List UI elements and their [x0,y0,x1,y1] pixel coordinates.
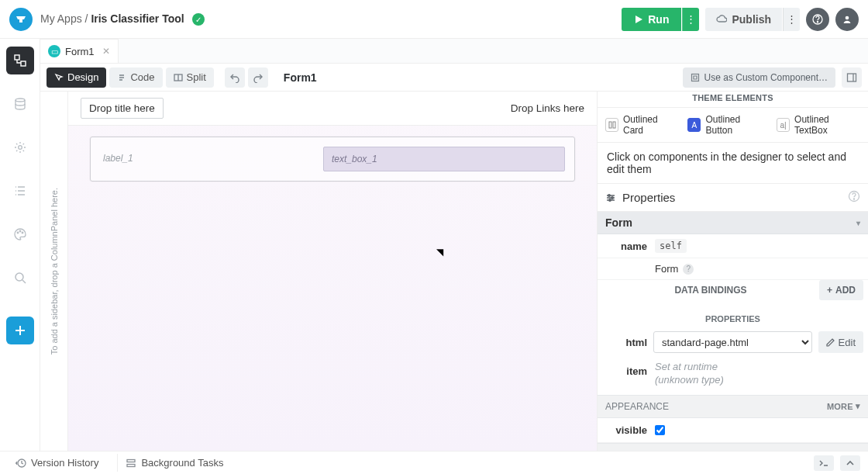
close-icon[interactable]: ✕ [102,46,110,57]
history-icon [16,458,26,469]
svg-rect-13 [848,74,856,81]
palette-icon [13,227,27,241]
run-menu-button[interactable]: ⋮ [682,8,699,31]
rail-add[interactable] [6,317,34,344]
account-button[interactable] [835,8,859,31]
cursor-icon: ◥ [436,247,443,258]
svg-point-6 [18,146,22,150]
tooltip-accordion[interactable]: TOOLTIP MORE▾ [598,443,868,451]
synced-check-icon: ✓ [192,13,205,26]
svg-rect-12 [691,74,698,81]
rail-search[interactable] [6,264,34,292]
panel-icon [846,72,857,83]
label-component[interactable]: label_1 [100,147,314,171]
appearance-accordion[interactable]: APPEARANCE MORE▾ [598,395,868,418]
tab-label: Form1 [65,46,95,57]
redo-button[interactable] [248,67,268,88]
app-logo [9,8,33,31]
rail-app-browser[interactable] [6,47,34,74]
split-icon [174,73,183,82]
breadcrumb-root[interactable]: My Apps [40,12,82,25]
rail-theme[interactable] [6,220,34,248]
database-icon [13,97,27,111]
use-as-custom-component-button[interactable]: Use as Custom Component… [683,67,835,88]
run-button[interactable]: Run [622,8,681,31]
title-dropzone[interactable]: Drop title here [81,98,164,119]
tasks-icon [126,458,136,469]
rail-outline[interactable] [6,177,34,205]
component-icon [691,73,700,82]
theme-chip-outlined-card[interactable]: Outlined Card [605,114,677,136]
version-history-button[interactable]: Version History [8,454,106,472]
left-rail [0,39,40,451]
form-template-link[interactable]: Form ? [655,263,694,275]
page-header-dropzone[interactable]: Drop title here Drop Links here [68,92,597,126]
design-mode-button[interactable]: Design [46,67,106,88]
svg-point-10 [16,273,23,281]
svg-point-2 [846,16,849,19]
theme-chip-outlined-button[interactable]: A Outlined Button [687,114,766,136]
console-toggle-button[interactable] [814,455,834,471]
help-icon[interactable] [848,190,860,205]
html-template-select[interactable]: standard-page.html [653,331,812,353]
help-bubble-icon[interactable]: ? [683,264,694,275]
publish-button[interactable]: Publish [705,8,782,31]
code-mode-button[interactable]: Code [109,67,162,88]
search-icon [13,271,27,285]
background-tasks-button[interactable]: Background Tasks [117,454,231,472]
form-breadcrumb[interactable]: Form1 [284,71,317,84]
visible-checkbox[interactable] [655,425,665,435]
svg-rect-3 [15,55,19,60]
pencil-icon [826,338,835,347]
properties-panel-title: Properties [598,184,868,212]
list-icon [13,184,27,198]
edit-html-button[interactable]: Edit [818,331,863,353]
undo-icon [229,72,240,83]
split-mode-button[interactable]: Split [166,67,214,88]
publish-menu-button[interactable]: ⋮ [783,8,800,31]
theme-chip-outlined-textbox[interactable]: a| Outlined TextBox [777,114,860,136]
theme-elements-header: THEME ELEMENTS [598,92,868,108]
designer-surface[interactable]: To add a sidebar, drop a ColumnPanel her… [40,92,597,451]
work-area: To add a sidebar, drop a ColumnPanel her… [40,92,868,451]
chevron-down-icon: ▾ [856,219,860,227]
play-icon [634,15,643,24]
sidebar-dropzone[interactable]: To add a sidebar, drop a ColumnPanel her… [40,92,68,451]
top-bar: My Apps / Iris Classifier Tool ✓ Run ⋮ P… [0,0,868,39]
gear-icon [13,140,27,154]
collapse-panel-button[interactable] [840,455,860,471]
add-binding-button[interactable]: + ADD [819,280,863,300]
textbox-icon: a| [777,118,790,132]
editor-tab-form1[interactable]: ▭ Form1 ✕ [40,39,119,63]
svg-point-7 [17,232,19,234]
plus-icon [13,323,27,337]
bottom-bar: Version History Background Tasks [0,451,868,474]
editor-tab-strip: ▭ Form1 ✕ [40,39,868,64]
undo-button[interactable] [225,67,245,88]
breadcrumb: My Apps / Iris Classifier Tool ✓ [40,12,205,26]
code-icon [117,73,126,82]
help-icon [812,14,823,25]
user-icon [842,14,852,25]
data-bindings-section: DATA BINDINGS + ADD [598,280,868,308]
outlined-card-component[interactable]: label_1 text_box_1 [90,137,575,182]
layout-panel-toggle-button[interactable] [842,67,862,88]
prop-visible-row: visible [598,418,868,443]
prop-name-row: name self [598,234,868,258]
rail-settings[interactable] [6,133,34,161]
prop-name-value[interactable]: self [655,239,687,253]
links-dropzone[interactable]: Drop Links here [511,102,584,114]
button-icon: A [687,118,701,132]
redo-icon [253,72,264,83]
help-button[interactable] [806,8,829,31]
rail-data[interactable] [6,90,34,118]
cloud-icon [716,14,727,25]
component-type-select[interactable]: Form ▾ [598,212,868,234]
canvas[interactable]: Drop title here Drop Links here label_1 … [68,92,597,451]
textbox-component[interactable]: text_box_1 [323,147,565,171]
svg-point-16 [608,194,611,196]
form-icon: ▭ [48,45,60,57]
selection-hint: Click on components in the designer to s… [598,143,868,184]
right-panel: THEME ELEMENTS Outlined Card A Outlined … [597,92,868,451]
breadcrumb-app-name[interactable]: Iris Classifier Tool [91,12,184,25]
